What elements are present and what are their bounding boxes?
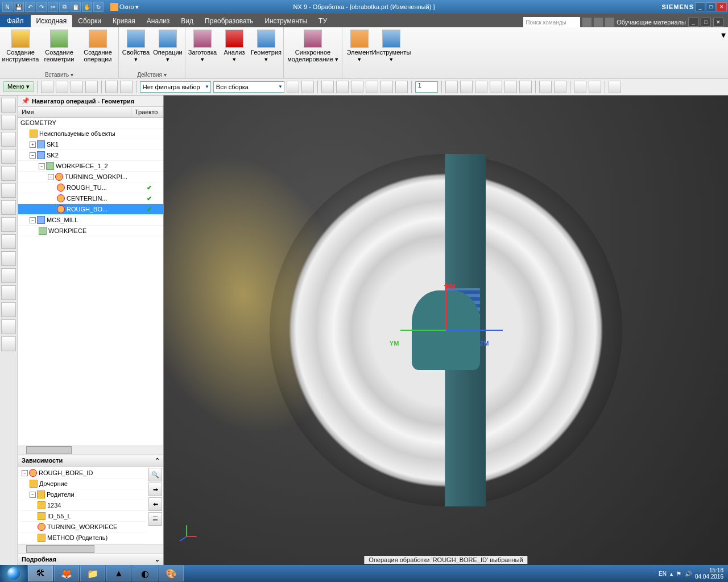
tab-assemblies[interactable]: Сборки bbox=[72, 15, 107, 27]
properties-button[interactable]: Свойства▾ bbox=[122, 30, 150, 63]
task-firefox[interactable]: 🦊 bbox=[54, 566, 79, 581]
expand-toggle[interactable]: − bbox=[30, 152, 36, 159]
qat-paste-icon[interactable]: 📋 bbox=[71, 2, 81, 12]
tb-g[interactable] bbox=[380, 81, 393, 93]
doc-restore-button[interactable]: □ bbox=[701, 18, 711, 27]
menu-button[interactable]: Меню ▾ bbox=[3, 81, 34, 92]
file-menu[interactable]: Файл bbox=[0, 15, 31, 27]
ribbon-collapse-chevron-icon[interactable]: ▾ bbox=[719, 27, 728, 78]
sel-tool-6[interactable] bbox=[120, 81, 133, 93]
window-menu-dropdown[interactable]: Окно ▾ bbox=[110, 3, 139, 11]
qat-save-icon[interactable]: 💾 bbox=[14, 2, 24, 12]
rb-sys[interactable] bbox=[1, 268, 16, 283]
expand-toggle[interactable]: + bbox=[30, 142, 36, 148]
tb-s[interactable] bbox=[609, 81, 621, 93]
dep-next-icon[interactable]: ➡ bbox=[148, 483, 162, 496]
col-name[interactable]: Имя bbox=[18, 107, 131, 117]
home-icon[interactable] bbox=[594, 18, 603, 27]
rb-machine[interactable] bbox=[1, 115, 16, 130]
tb-n[interactable] bbox=[519, 81, 532, 93]
navigator-hscroll[interactable] bbox=[18, 446, 163, 455]
sel-tool-3[interactable] bbox=[71, 81, 83, 93]
tree-row[interactable]: CENTERLIN...✔ bbox=[18, 193, 163, 204]
tb-l[interactable] bbox=[490, 81, 502, 93]
expand-toggle[interactable]: − bbox=[30, 217, 36, 223]
tree-row[interactable]: ID_55_L bbox=[19, 511, 146, 522]
dep-tree-icon[interactable]: ☰ bbox=[148, 512, 162, 526]
dep-prev-icon[interactable]: ⬅ bbox=[148, 497, 162, 511]
tree-row[interactable]: −TURNING_WORKPI... bbox=[18, 172, 163, 182]
group-label-insert[interactable]: Вставить ▾ bbox=[0, 72, 118, 78]
maximize-button[interactable]: □ bbox=[706, 2, 716, 11]
tree-row[interactable]: Дочерние bbox=[19, 479, 146, 489]
collapse-up-icon[interactable]: ⌃ bbox=[155, 457, 160, 464]
minimize-button[interactable]: _ bbox=[695, 2, 705, 11]
task-explorer[interactable]: 📁 bbox=[80, 566, 105, 581]
detail-header[interactable]: Подробная⌄ bbox=[18, 554, 163, 565]
tree-row[interactable]: −Родители bbox=[19, 489, 146, 500]
expand-toggle[interactable]: − bbox=[48, 174, 54, 180]
expand-toggle[interactable]: − bbox=[30, 492, 36, 498]
close-button[interactable]: ✕ bbox=[717, 2, 727, 11]
rb-color[interactable] bbox=[1, 285, 16, 300]
geometry-button[interactable]: Геометрия▾ bbox=[253, 30, 280, 63]
tb-c[interactable] bbox=[321, 81, 334, 93]
filter-combo-2[interactable]: Вся сборка bbox=[213, 81, 284, 93]
sel-tool-5[interactable] bbox=[105, 81, 118, 93]
scope-icon[interactable] bbox=[582, 18, 592, 27]
taskbar-clock[interactable]: 15:1804.04.2016 bbox=[695, 567, 723, 580]
rb-part[interactable] bbox=[1, 149, 16, 164]
rb-tool[interactable] bbox=[1, 319, 16, 334]
tree-row[interactable]: Неиспользуемые объекты bbox=[18, 128, 163, 139]
tab-home[interactable]: Исходная bbox=[31, 15, 73, 27]
blank-button[interactable]: Заготовка▾ bbox=[189, 30, 216, 63]
tb-q[interactable] bbox=[574, 81, 586, 93]
sel-tool-2[interactable] bbox=[56, 81, 68, 93]
rb-roles[interactable] bbox=[1, 200, 16, 215]
tb-h[interactable] bbox=[395, 81, 408, 93]
number-input[interactable]: 1 bbox=[415, 81, 438, 93]
create-tool-button[interactable]: Создание инструмента bbox=[3, 30, 38, 63]
analysis-button[interactable]: Анализ▾ bbox=[221, 30, 248, 63]
col-path[interactable]: Траекто bbox=[131, 107, 163, 117]
lang-indicator[interactable]: EN bbox=[659, 571, 667, 577]
tree-row[interactable]: ROUGH_BO...✔ bbox=[18, 204, 163, 215]
task-paint[interactable]: 🎨 bbox=[159, 566, 184, 581]
rb-misc[interactable] bbox=[1, 336, 16, 351]
rb-hd3d[interactable] bbox=[1, 234, 16, 249]
help-icon[interactable] bbox=[605, 18, 614, 27]
element-button[interactable]: Элемент▾ bbox=[346, 30, 373, 63]
create-operation-button[interactable]: Создание операции bbox=[81, 30, 115, 63]
doc-close-button[interactable]: ✕ bbox=[713, 18, 723, 27]
tb-k[interactable] bbox=[475, 81, 487, 93]
tree-row[interactable]: ROUGH_TU...✔ bbox=[18, 182, 163, 193]
tree-row[interactable]: GEOMETRY bbox=[18, 118, 163, 128]
doc-minimize-button[interactable]: _ bbox=[688, 18, 698, 27]
tree-row[interactable]: −ROUGH_BORE_ID bbox=[19, 468, 146, 479]
instruments-button[interactable]: Инструменты▾ bbox=[378, 30, 405, 63]
command-search-input[interactable]: Поиск команды bbox=[523, 17, 580, 27]
sync-modeling-button[interactable]: Синхронное моделирование ▾ bbox=[287, 30, 338, 63]
tb-p[interactable] bbox=[554, 81, 566, 93]
dependencies-header[interactable]: Зависимости⌃ bbox=[18, 455, 163, 467]
tree-row[interactable]: METHOD (Родитель) bbox=[19, 533, 146, 543]
task-app5[interactable]: ◐ bbox=[133, 566, 158, 581]
tab-transform[interactable]: Преобразовать bbox=[199, 15, 259, 27]
qat-copy-icon[interactable]: ⧉ bbox=[59, 2, 69, 12]
tray-up-icon[interactable]: ▴ bbox=[670, 571, 673, 577]
rb-reuse[interactable] bbox=[1, 166, 16, 181]
task-nx[interactable]: 🛠 bbox=[28, 566, 53, 581]
rb-op-nav[interactable] bbox=[1, 98, 16, 113]
sel-tool-4[interactable] bbox=[85, 81, 98, 93]
expand-down-icon[interactable]: ⌄ bbox=[155, 556, 160, 563]
tb-a[interactable] bbox=[287, 81, 299, 93]
3d-viewport[interactable]: XM YM ZM Операция обработки 'ROUGH_BORE_… bbox=[164, 95, 728, 565]
qat-repeat-icon[interactable]: ↻ bbox=[93, 2, 104, 12]
tree-row[interactable]: −WORKPIECE_1_2 bbox=[18, 161, 163, 172]
qat-cut-icon[interactable]: ✂ bbox=[48, 2, 58, 12]
tb-j[interactable] bbox=[460, 81, 473, 93]
tree-row[interactable]: −MCS_MILL bbox=[18, 215, 163, 226]
tb-b[interactable] bbox=[301, 81, 314, 93]
tree-row[interactable]: −SK2 bbox=[18, 150, 163, 161]
tray-volume-icon[interactable]: 🔊 bbox=[685, 571, 692, 577]
